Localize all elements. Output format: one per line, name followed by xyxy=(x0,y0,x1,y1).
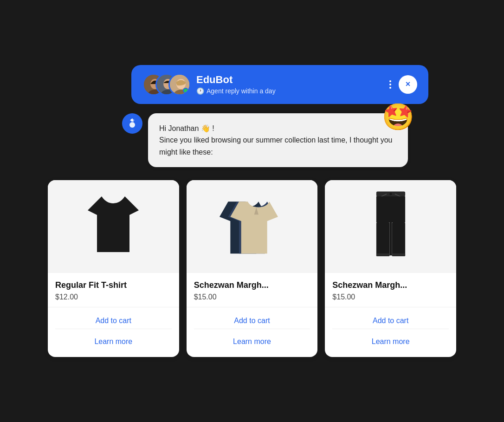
product-card-3: Schezwan Margh... $15.00 Add to cart Lea… xyxy=(325,180,456,357)
learn-more-button-2[interactable]: Learn more xyxy=(194,334,310,350)
product-price-1: $12.00 xyxy=(55,293,172,301)
header-info: EduBot 🕐 Agent reply within a day xyxy=(196,74,380,94)
tshirt-icon xyxy=(83,192,143,261)
product-info-3: Schezwan Margh... $15.00 Add to cart Lea… xyxy=(325,273,456,357)
learn-more-button-1[interactable]: Learn more xyxy=(55,334,172,350)
clock-icon: 🕐 xyxy=(196,87,204,95)
add-to-cart-button-1[interactable]: Add to cart xyxy=(55,313,172,329)
product-name-3: Schezwan Margh... xyxy=(332,280,449,290)
svg-point-9 xyxy=(129,122,135,128)
bot-avatar-icon xyxy=(122,113,142,134)
product-price-3: $15.00 xyxy=(332,293,449,301)
product-price-2: $15.00 xyxy=(194,293,310,301)
product-image-pants xyxy=(325,180,456,273)
online-indicator xyxy=(183,88,188,93)
products-grid: Regular Fit T-shirt $12.00 Add to cart L… xyxy=(48,180,456,357)
chat-header: EduBot 🕐 Agent reply within a day × xyxy=(131,65,428,104)
svg-point-11 xyxy=(389,193,392,195)
product-image-tshirt xyxy=(48,180,179,273)
polo-icon xyxy=(220,192,284,261)
product-info-1: Regular Fit T-shirt $12.00 Add to cart L… xyxy=(48,273,179,357)
add-to-cart-button-3[interactable]: Add to cart xyxy=(332,313,449,329)
learn-more-button-3[interactable]: Learn more xyxy=(332,334,449,350)
product-name-1: Regular Fit T-shirt xyxy=(55,280,172,290)
agent-avatars xyxy=(142,73,189,96)
message-bubble: Hi Jonathan 👋 !Since you liked browsing … xyxy=(148,113,408,168)
svg-rect-17 xyxy=(392,253,405,256)
product-image-polo xyxy=(187,180,318,273)
product-name-2: Schezwan Margh... xyxy=(194,280,310,290)
close-button[interactable]: × xyxy=(399,75,417,94)
svg-rect-14 xyxy=(376,223,389,257)
reply-status: 🕐 Agent reply within a day xyxy=(196,87,380,95)
product-card-1: Regular Fit T-shirt $12.00 Add to cart L… xyxy=(48,180,179,357)
svg-rect-15 xyxy=(392,223,405,257)
message-text: Hi Jonathan 👋 !Since you liked browsing … xyxy=(159,124,392,156)
avatar-3 xyxy=(168,73,191,96)
add-to-cart-button-2[interactable]: Add to cart xyxy=(194,313,310,329)
chat-message-area: Hi Jonathan 👋 !Since you liked browsing … xyxy=(122,113,410,168)
product-card-2: Schezwan Margh... $15.00 Add to cart Lea… xyxy=(187,180,318,357)
reaction-emoji: 🤩 xyxy=(382,104,414,130)
more-options-button[interactable] xyxy=(388,78,393,91)
product-info-2: Schezwan Margh... $15.00 Add to cart Lea… xyxy=(187,273,318,357)
widget-container: EduBot 🕐 Agent reply within a day × xyxy=(39,56,465,367)
svg-rect-16 xyxy=(376,253,389,256)
header-actions: × xyxy=(388,75,417,94)
pants-icon xyxy=(372,189,409,264)
bot-name: EduBot xyxy=(196,74,380,86)
